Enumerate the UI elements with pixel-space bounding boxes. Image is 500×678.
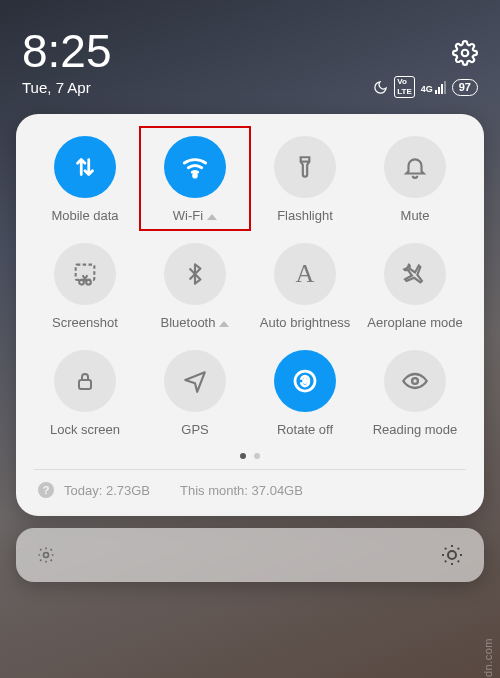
mute-icon <box>384 136 446 198</box>
tile-label: Aeroplane mode <box>367 315 462 330</box>
date: Tue, 7 Apr <box>22 79 91 96</box>
quick-settings-panel: Mobile dataWi-FiFlashlightMuteScreenshot… <box>16 114 484 516</box>
watermark: wsxdn.com <box>482 638 494 678</box>
page-indicator[interactable] <box>30 453 470 459</box>
svg-point-7 <box>302 378 308 384</box>
brightness-high-icon <box>440 543 464 567</box>
tile-label: Mute <box>401 208 430 223</box>
tile-label: Flashlight <box>277 208 333 223</box>
battery-icon: 97 <box>452 79 478 96</box>
tile-label: Mobile data <box>51 208 118 223</box>
tile-flashlight[interactable]: Flashlight <box>250 136 360 223</box>
page-dot-1 <box>240 453 246 459</box>
wifi-icon <box>164 136 226 198</box>
usage-month: This month: 37.04GB <box>180 483 303 498</box>
brightness-low-icon <box>36 545 56 565</box>
status-icons: VoLTE 4G 97 <box>373 76 478 98</box>
auto-bright-icon: A <box>274 243 336 305</box>
info-icon: ? <box>38 482 54 498</box>
svg-rect-5 <box>79 380 91 389</box>
tile-label: Auto brightness <box>260 315 350 330</box>
mobile-data-icon <box>54 136 116 198</box>
tile-bluetooth[interactable]: Bluetooth <box>140 243 250 330</box>
brightness-slider[interactable] <box>16 528 484 582</box>
tile-mute[interactable]: Mute <box>360 136 470 223</box>
flashlight-icon <box>274 136 336 198</box>
svg-point-8 <box>412 378 418 384</box>
data-usage-row[interactable]: ? Today: 2.73GB This month: 37.04GB <box>30 470 470 504</box>
svg-point-10 <box>448 551 456 559</box>
tile-label: Screenshot <box>52 315 118 330</box>
tile-label: Bluetooth <box>161 315 230 330</box>
chevron-icon <box>207 214 217 220</box>
tile-label: Wi-Fi <box>173 208 217 223</box>
settings-gear-icon[interactable] <box>452 40 478 66</box>
svg-point-0 <box>462 50 469 57</box>
tiles-grid: Mobile dataWi-FiFlashlightMuteScreenshot… <box>30 136 470 437</box>
signal-4g-icon: 4G <box>421 81 446 94</box>
tile-lockscreen[interactable]: Lock screen <box>30 350 140 437</box>
volte-icon: VoLTE <box>394 76 415 98</box>
tile-gps[interactable]: GPS <box>140 350 250 437</box>
reading-icon <box>384 350 446 412</box>
dnd-moon-icon <box>373 80 388 95</box>
chevron-icon <box>219 321 229 327</box>
tile-label: Rotate off <box>277 422 333 437</box>
usage-today: Today: 2.73GB <box>64 483 150 498</box>
tile-wifi[interactable]: Wi-Fi <box>140 136 250 223</box>
status-bar: 8:25 Tue, 7 Apr VoLTE 4G 97 <box>0 0 500 104</box>
tile-auto-bright[interactable]: AAuto brightness <box>250 243 360 330</box>
bluetooth-icon <box>164 243 226 305</box>
tile-mobile-data[interactable]: Mobile data <box>30 136 140 223</box>
tile-rotate[interactable]: Rotate off <box>250 350 360 437</box>
tile-aeroplane[interactable]: Aeroplane mode <box>360 243 470 330</box>
page-dot-2 <box>254 453 260 459</box>
tile-label: Reading mode <box>373 422 458 437</box>
gps-icon <box>164 350 226 412</box>
aeroplane-icon <box>384 243 446 305</box>
tile-screenshot[interactable]: Screenshot <box>30 243 140 330</box>
tile-label: GPS <box>181 422 208 437</box>
clock: 8:25 <box>22 24 478 78</box>
tile-reading[interactable]: Reading mode <box>360 350 470 437</box>
svg-point-1 <box>194 174 197 177</box>
tile-label: Lock screen <box>50 422 120 437</box>
lockscreen-icon <box>54 350 116 412</box>
rotate-icon <box>274 350 336 412</box>
screenshot-icon <box>54 243 116 305</box>
svg-point-9 <box>44 553 49 558</box>
